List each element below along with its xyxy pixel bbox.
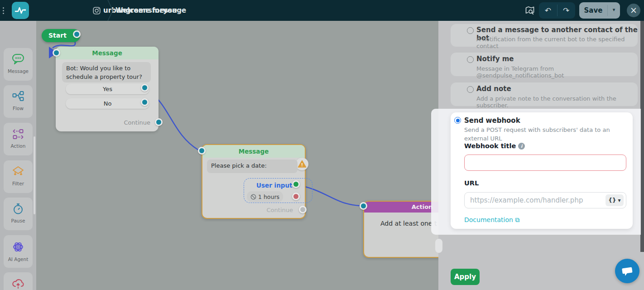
start-node[interactable]: Start — [42, 29, 80, 42]
apply-button[interactable]: Apply — [451, 269, 480, 285]
timeout-pill[interactable]: 1 hours — [247, 191, 283, 202]
user-input-output-connector[interactable] — [292, 180, 300, 188]
panel-scrollbar[interactable] — [640, 21, 644, 252]
user-input-label[interactable]: User input — [256, 182, 292, 189]
save-split-button: Save ▾ — [579, 2, 620, 19]
action-icon — [12, 128, 24, 140]
panel-collapse-handle[interactable] — [435, 239, 442, 253]
chevron-down-icon[interactable] — [176, 9, 182, 13]
webhook-url-input[interactable] — [464, 192, 626, 208]
pulse-icon — [14, 5, 26, 15]
message-node-2-header: Message — [202, 145, 305, 158]
svg-text:!: ! — [301, 162, 303, 167]
save-options-caret[interactable]: ▾ — [608, 2, 620, 19]
action-node-text: Add at least one t — [380, 220, 437, 227]
flow-icon — [12, 91, 24, 102]
api-request-icon — [12, 278, 24, 290]
timeout-output-connector[interactable] — [292, 193, 300, 200]
documentation-link[interactable]: Documentation ⧉ — [464, 216, 519, 224]
close-button[interactable]: × — [627, 4, 640, 17]
sendpulse-logo[interactable] — [12, 2, 29, 19]
url-label: URL — [464, 179, 479, 187]
quick-reply-no[interactable]: No — [66, 98, 149, 109]
option-notify-me[interactable]: Notify me Message in Telegram from @send… — [451, 53, 638, 76]
filter-icon — [11, 166, 25, 178]
redo-button[interactable]: ↷ — [557, 2, 575, 19]
radio-notify-me[interactable] — [467, 56, 474, 63]
message-node-1-header: Message — [56, 47, 159, 59]
top-bar: urbangreensforyou Welcome message ↶ ↷ Sa… — [0, 0, 644, 21]
ai-agent-icon — [12, 241, 24, 253]
undo-redo-group: ↶ ↷ — [539, 2, 575, 19]
save-button[interactable]: Save — [579, 2, 607, 19]
message-node-1[interactable]: Message Bot: Would you like to schedule … — [56, 47, 159, 131]
undo-button[interactable]: ↶ — [539, 2, 557, 19]
no-reply-icon — [250, 194, 256, 200]
webhook-title-label: Webhook titlei — [464, 142, 525, 150]
warning-icon: ! — [298, 160, 307, 168]
sidebar-item-action[interactable]: Action — [4, 123, 33, 155]
message-node-2-input-connector[interactable] — [198, 147, 206, 155]
send-webhook-title: Send webhook — [464, 116, 520, 125]
quick-reply-yes[interactable]: Yes — [66, 84, 149, 94]
yes-output-connector[interactable] — [141, 84, 149, 92]
instagram-icon — [93, 7, 101, 16]
option-add-note[interactable]: Add note Add a private note to the conve… — [451, 82, 638, 106]
start-label: Start — [48, 32, 67, 39]
send-webhook-option-card: Send webhook Send a POST request with su… — [451, 112, 633, 229]
flow-builder-app: Start Message Bot: Would you like to sch… — [0, 0, 644, 290]
radio-add-note[interactable] — [467, 86, 474, 93]
continue-output-connector-2[interactable] — [299, 206, 307, 213]
breadcrumb-separator — [106, 0, 114, 21]
no-output-connector[interactable] — [141, 98, 149, 106]
message-node-2-text: Please pick a date: — [207, 160, 298, 173]
action-node[interactable]: Action Add at least one t — [363, 201, 438, 258]
radio-send-webhook[interactable] — [454, 117, 461, 124]
minimap-button[interactable] — [524, 5, 535, 16]
timeout-label: 1 hours — [258, 193, 279, 200]
continue-label-2: Continue — [267, 207, 293, 213]
user-input-group[interactable]: User input 1 hours — [244, 178, 312, 203]
chat-bubble-icon — [621, 265, 634, 277]
action-node-header: Action — [364, 202, 438, 213]
pause-timer-icon — [12, 203, 24, 215]
info-icon[interactable]: i — [518, 143, 525, 150]
action-node-input-connector[interactable] — [360, 202, 367, 210]
support-chat-button[interactable] — [615, 259, 639, 283]
continue-output-connector[interactable] — [155, 118, 163, 126]
sidebar-item-ai-agent[interactable]: AI Agent — [4, 235, 33, 268]
warning-badge: ! — [296, 158, 308, 170]
sidebar-item-message[interactable]: Message — [4, 48, 33, 81]
flow-canvas[interactable]: Start Message Bot: Would you like to sch… — [36, 21, 438, 290]
message-node-2[interactable]: Message ! Please pick a date: User input… — [202, 144, 306, 219]
map-search-icon — [524, 5, 535, 16]
message-bubble-icon — [12, 53, 24, 65]
webhook-title-input[interactable] — [464, 155, 626, 171]
send-webhook-desc: Send a POST request with subscribers' da… — [464, 126, 626, 143]
sidebar-item-pause[interactable]: Pause — [4, 198, 33, 230]
sidebar-item-flow[interactable]: Flow — [4, 85, 33, 118]
continue-label: Continue — [124, 119, 150, 126]
variables-dropdown-button[interactable]: {} ▾ — [606, 194, 624, 206]
sidebar-item-api-request[interactable]: API reque… — [4, 272, 33, 290]
message-node-1-text: Bot: Would you like to schedule a proper… — [62, 62, 151, 82]
message-node-1-input-connector[interactable] — [53, 49, 60, 57]
radio-send-message-contact[interactable] — [467, 27, 474, 34]
option-send-message-contact[interactable]: Send a message to another contact of the… — [451, 24, 638, 47]
start-output-connector[interactable] — [73, 30, 81, 38]
blocks-sidebar: Message Flow Action — [0, 21, 36, 290]
sidebar-scrollbar[interactable] — [34, 136, 35, 214]
sidebar-item-filter[interactable]: Filter — [4, 160, 33, 193]
kebab-menu-icon[interactable] — [3, 6, 5, 15]
